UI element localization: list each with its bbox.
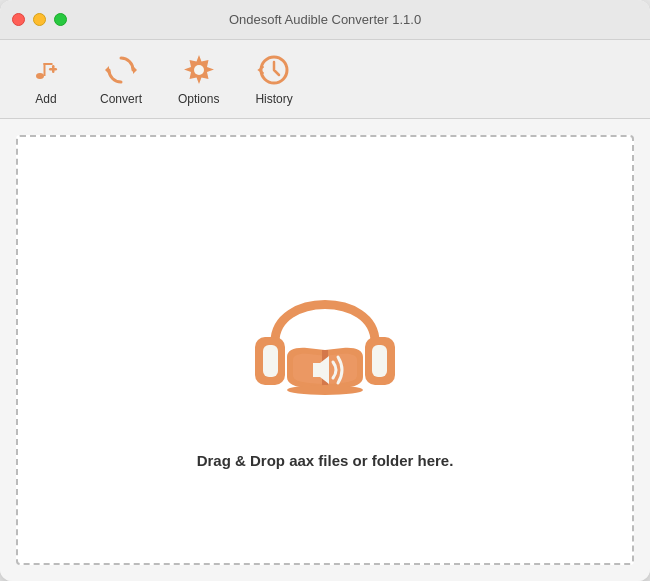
options-button[interactable]: Options — [160, 46, 237, 112]
minimize-button[interactable] — [33, 13, 46, 26]
options-label: Options — [178, 92, 219, 106]
convert-label: Convert — [100, 92, 142, 106]
add-icon — [28, 52, 64, 88]
svg-rect-5 — [52, 65, 55, 73]
convert-button[interactable]: Convert — [82, 46, 160, 112]
close-button[interactable] — [12, 13, 25, 26]
svg-rect-3 — [44, 63, 53, 65]
history-icon — [256, 52, 292, 88]
maximize-button[interactable] — [54, 13, 67, 26]
main-content: Drag & Drop aax files or folder here. — [0, 119, 650, 581]
convert-icon — [103, 52, 139, 88]
add-button[interactable]: Add — [10, 46, 82, 112]
svg-point-15 — [287, 385, 363, 395]
svg-marker-7 — [105, 66, 109, 74]
drop-zone-text: Drag & Drop aax files or folder here. — [197, 452, 454, 469]
svg-point-1 — [36, 73, 44, 79]
svg-point-0 — [30, 54, 62, 86]
app-window: Ondesoft Audible Converter 1.1.0 — [0, 0, 650, 581]
options-icon — [181, 52, 217, 88]
title-bar: Ondesoft Audible Converter 1.1.0 — [0, 0, 650, 40]
drop-zone[interactable]: Drag & Drop aax files or folder here. — [16, 135, 634, 565]
svg-rect-13 — [372, 345, 387, 377]
toolbar: Add Convert — [0, 40, 650, 119]
svg-point-8 — [194, 65, 204, 75]
add-label: Add — [35, 92, 56, 106]
traffic-lights — [12, 13, 67, 26]
window-title: Ondesoft Audible Converter 1.1.0 — [229, 12, 421, 27]
history-button[interactable]: History — [237, 46, 310, 112]
drop-zone-icon — [225, 232, 425, 432]
history-label: History — [255, 92, 292, 106]
svg-rect-11 — [263, 345, 278, 377]
svg-marker-6 — [133, 66, 137, 74]
